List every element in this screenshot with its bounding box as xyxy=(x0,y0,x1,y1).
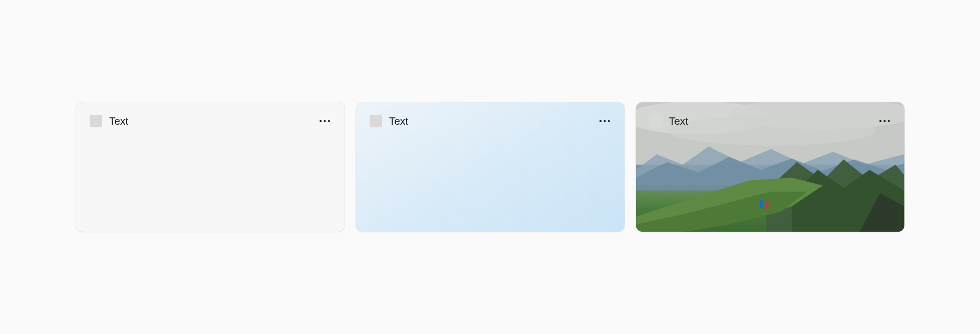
overflow-menu-button[interactable] xyxy=(316,113,333,129)
card-title: Text xyxy=(669,115,689,127)
card-header: Text xyxy=(90,113,333,129)
svg-point-6 xyxy=(765,201,769,205)
overflow-menu-button[interactable] xyxy=(876,113,893,129)
card-header: Text xyxy=(650,113,893,129)
card-title: Text xyxy=(389,115,409,127)
overflow-menu-button[interactable] xyxy=(596,113,613,129)
placeholder-icon xyxy=(370,115,382,127)
card-title: Text xyxy=(109,115,129,127)
svg-rect-5 xyxy=(760,203,763,208)
card-header-left: Text xyxy=(370,115,409,127)
card-header-left: Text xyxy=(90,115,129,127)
svg-rect-0 xyxy=(636,102,904,165)
card-gradient[interactable]: Text xyxy=(356,102,625,232)
more-horizontal-icon xyxy=(320,120,330,122)
svg-rect-7 xyxy=(765,204,768,209)
more-horizontal-icon xyxy=(879,120,890,122)
more-horizontal-icon xyxy=(599,120,610,122)
card-image[interactable]: Text xyxy=(635,102,905,232)
card-row: Text Text xyxy=(76,102,905,232)
card-plain[interactable]: Text xyxy=(76,102,345,232)
placeholder-icon xyxy=(90,115,102,127)
card-header-left: Text xyxy=(650,115,689,127)
placeholder-icon xyxy=(650,115,662,127)
svg-point-4 xyxy=(760,200,764,204)
card-header: Text xyxy=(370,113,613,129)
